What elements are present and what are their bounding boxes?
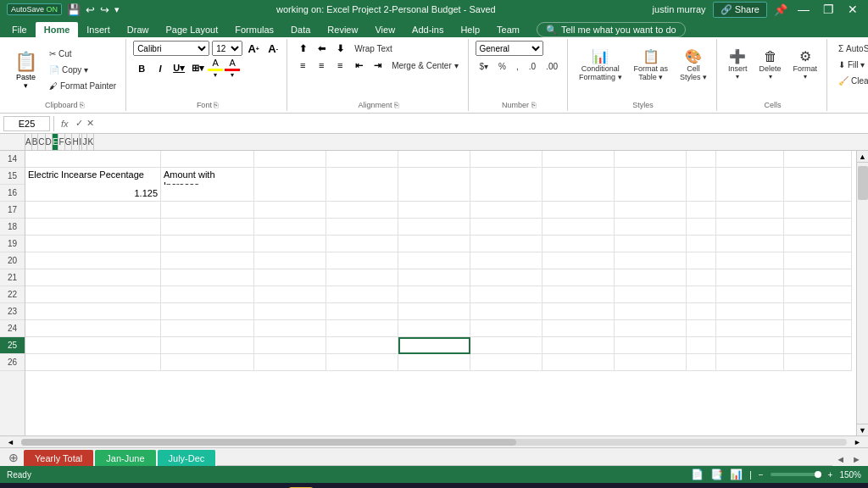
copy-button[interactable]: 📄 Copy ▾ [45, 63, 120, 78]
cell-k18[interactable] [784, 219, 852, 236]
cell-h21[interactable] [615, 269, 687, 286]
format-painter-button[interactable]: 🖌 Format Painter [45, 79, 120, 94]
cell-f21[interactable] [470, 269, 542, 286]
cell-h20[interactable] [615, 252, 687, 269]
col-header-f[interactable]: F [58, 134, 64, 150]
row-26[interactable]: 26 [0, 354, 25, 371]
cell-k23[interactable] [784, 303, 852, 320]
ribbon-collapse-icon[interactable]: 📌 [774, 3, 787, 16]
cell-g25[interactable] [542, 337, 615, 354]
cell-g24[interactable] [542, 320, 615, 337]
tab-addins[interactable]: Add-ins [403, 22, 452, 37]
page-break-view-btn[interactable]: 📊 [730, 469, 743, 480]
formula-cancel-icon[interactable]: ✕ [86, 118, 94, 129]
cell-f17[interactable] [470, 202, 542, 219]
conditional-formatting-button[interactable]: 📊 Conditional Formatting ▾ [575, 41, 626, 88]
cell-j17[interactable] [716, 202, 784, 219]
cell-f19[interactable] [470, 236, 542, 252]
cell-k19[interactable] [784, 236, 852, 252]
cell-d20[interactable] [326, 252, 398, 269]
cell-b24[interactable] [161, 320, 254, 337]
cell-e21[interactable] [398, 269, 470, 286]
scroll-thumb[interactable] [858, 166, 868, 200]
cell-c19[interactable] [254, 236, 326, 252]
increase-font-size-button[interactable]: A+ [245, 41, 262, 56]
formula-input[interactable] [97, 116, 865, 131]
cell-h16[interactable] [615, 185, 687, 202]
cell-g21[interactable] [542, 269, 615, 286]
comma-button[interactable]: , [512, 58, 523, 74]
cell-b16[interactable] [161, 185, 254, 202]
format-button[interactable]: ⚙ Format ▾ [789, 41, 822, 88]
cell-j22[interactable] [716, 286, 784, 303]
sheet-tab-july-dec[interactable]: July-Dec [158, 450, 216, 466]
row-21[interactable]: 21 [0, 269, 25, 286]
cell-g18[interactable] [542, 219, 615, 236]
cell-k14[interactable] [784, 151, 852, 168]
col-header-e[interactable]: E [53, 134, 59, 150]
cell-b25[interactable] [161, 337, 254, 354]
fill-button[interactable]: ⬇ Fill ▾ [834, 57, 868, 72]
cell-e18[interactable] [398, 219, 470, 236]
cell-b21[interactable] [161, 269, 254, 286]
cell-g14[interactable] [542, 151, 615, 168]
cell-g19[interactable] [542, 236, 615, 252]
cell-e14[interactable] [398, 151, 470, 168]
row-19[interactable]: 19 [0, 236, 25, 252]
cell-k21[interactable] [784, 269, 852, 286]
bold-button[interactable]: B [133, 61, 150, 76]
align-middle-button[interactable]: ⬅ [313, 41, 330, 56]
cell-g16[interactable] [542, 185, 615, 202]
cell-i26[interactable] [687, 354, 716, 371]
cell-i19[interactable] [687, 236, 716, 252]
search-icon-btn[interactable]: 🔍 [42, 485, 73, 488]
cell-i24[interactable] [687, 320, 716, 337]
cell-j26[interactable] [716, 354, 784, 371]
cell-i25[interactable] [687, 337, 716, 354]
cell-a16[interactable]: 1.125 [25, 185, 161, 202]
cell-e24[interactable] [398, 320, 470, 337]
cell-h25[interactable] [615, 337, 687, 354]
cell-k26[interactable] [784, 354, 852, 371]
cell-c23[interactable] [254, 303, 326, 320]
col-header-b[interactable]: B [32, 134, 39, 150]
redo-icon[interactable]: ↪ [100, 3, 109, 16]
cell-f23[interactable] [470, 303, 542, 320]
cell-i23[interactable] [687, 303, 716, 320]
cell-d14[interactable] [326, 151, 398, 168]
row-24[interactable]: 24 [0, 320, 25, 337]
delete-button[interactable]: 🗑 Delete ▾ [755, 41, 786, 88]
cell-i20[interactable] [687, 252, 716, 269]
page-layout-view-btn[interactable]: 📑 [710, 469, 723, 480]
cell-e20[interactable] [398, 252, 470, 269]
tab-team[interactable]: Team [488, 22, 528, 37]
cell-e19[interactable] [398, 236, 470, 252]
cell-i17[interactable] [687, 202, 716, 219]
cell-d16[interactable] [326, 185, 398, 202]
cell-c25[interactable] [254, 337, 326, 354]
cell-i18[interactable] [687, 219, 716, 236]
cell-d22[interactable] [326, 286, 398, 303]
cell-i22[interactable] [687, 286, 716, 303]
sheet-tab-yearly-total[interactable]: Yearly Total [24, 450, 93, 466]
cell-g22[interactable] [542, 286, 615, 303]
zoom-slider[interactable] [771, 473, 821, 476]
sheet-navigation-left[interactable]: ◄ [832, 452, 849, 466]
cell-b26[interactable] [161, 354, 254, 371]
cell-c20[interactable] [254, 252, 326, 269]
row-22[interactable]: 22 [0, 286, 25, 303]
cell-b20[interactable] [161, 252, 254, 269]
cell-d21[interactable] [326, 269, 398, 286]
insert-button[interactable]: ➕ Insert ▾ [724, 41, 752, 88]
cell-f25[interactable] [470, 337, 542, 354]
cell-e25[interactable] [398, 337, 470, 354]
cell-b17[interactable] [161, 202, 254, 219]
cell-a21[interactable] [25, 269, 161, 286]
increase-decimal-button[interactable]: .00 [542, 58, 562, 74]
row-14[interactable]: 14 [0, 151, 25, 168]
cell-h24[interactable] [615, 320, 687, 337]
cell-c22[interactable] [254, 286, 326, 303]
increase-indent-button[interactable]: ⇥ [369, 58, 386, 73]
cell-g17[interactable] [542, 202, 615, 219]
sheet-tab-jan-june[interactable]: Jan-June [95, 450, 155, 466]
